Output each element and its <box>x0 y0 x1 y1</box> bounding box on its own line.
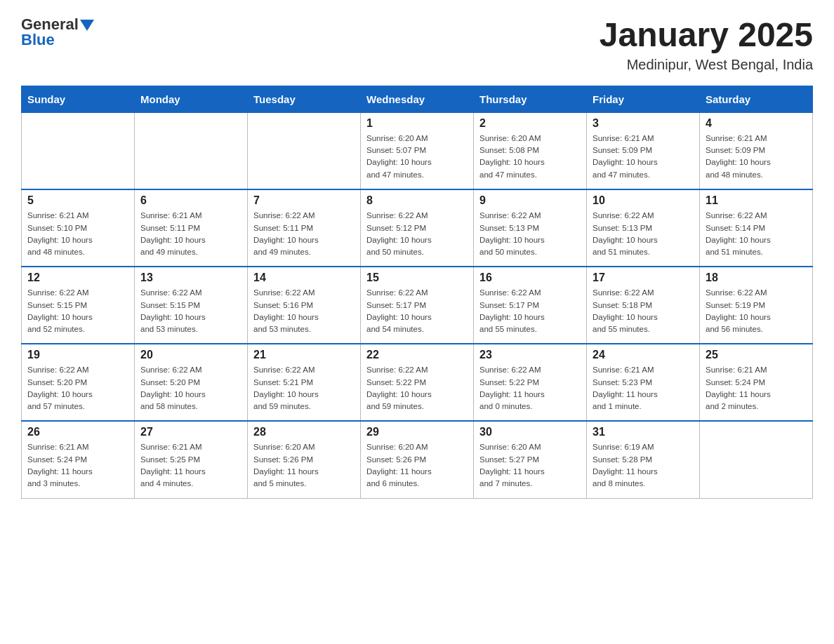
day-header-monday: Monday <box>135 86 248 112</box>
day-number: 9 <box>479 194 581 207</box>
calendar-cell <box>135 112 248 189</box>
day-number: 21 <box>253 349 355 361</box>
day-info: Sunrise: 6:22 AM Sunset: 5:18 PM Dayligh… <box>593 287 694 335</box>
day-info: Sunrise: 6:20 AM Sunset: 5:27 PM Dayligh… <box>479 441 581 490</box>
day-number: 17 <box>593 271 694 284</box>
day-info: Sunrise: 6:19 AM Sunset: 5:28 PM Dayligh… <box>593 441 694 490</box>
days-header-row: SundayMondayTuesdayWednesdayThursdayFrid… <box>22 86 813 112</box>
calendar-cell: 9Sunrise: 6:22 AM Sunset: 5:13 PM Daylig… <box>474 189 587 267</box>
day-number: 22 <box>366 349 468 361</box>
day-number: 23 <box>479 349 581 361</box>
day-info: Sunrise: 6:20 AM Sunset: 5:26 PM Dayligh… <box>253 441 355 490</box>
day-number: 24 <box>593 349 694 361</box>
day-header-thursday: Thursday <box>474 86 587 112</box>
calendar-cell: 5Sunrise: 6:21 AM Sunset: 5:10 PM Daylig… <box>22 189 135 267</box>
day-info: Sunrise: 6:21 AM Sunset: 5:24 PM Dayligh… <box>27 441 128 490</box>
day-number: 13 <box>140 271 241 284</box>
day-number: 7 <box>253 194 355 207</box>
calendar-cell: 14Sunrise: 6:22 AM Sunset: 5:16 PM Dayli… <box>248 267 361 344</box>
calendar-cell: 28Sunrise: 6:20 AM Sunset: 5:26 PM Dayli… <box>248 421 361 498</box>
calendar-cell: 30Sunrise: 6:20 AM Sunset: 5:27 PM Dayli… <box>474 421 587 498</box>
week-row-2: 5Sunrise: 6:21 AM Sunset: 5:10 PM Daylig… <box>22 189 813 267</box>
day-number: 20 <box>140 349 241 361</box>
day-info: Sunrise: 6:21 AM Sunset: 5:25 PM Dayligh… <box>140 441 241 490</box>
calendar-table: SundayMondayTuesdayWednesdayThursdayFrid… <box>21 86 813 499</box>
day-info: Sunrise: 6:22 AM Sunset: 5:21 PM Dayligh… <box>253 364 355 412</box>
day-info: Sunrise: 6:22 AM Sunset: 5:15 PM Dayligh… <box>27 287 128 335</box>
day-number: 18 <box>706 271 807 284</box>
day-header-friday: Friday <box>587 86 700 112</box>
calendar-cell: 24Sunrise: 6:21 AM Sunset: 5:23 PM Dayli… <box>587 344 700 421</box>
day-number: 10 <box>593 194 694 207</box>
day-info: Sunrise: 6:22 AM Sunset: 5:15 PM Dayligh… <box>140 287 241 335</box>
calendar-cell: 2Sunrise: 6:20 AM Sunset: 5:08 PM Daylig… <box>474 112 587 189</box>
day-number: 12 <box>27 271 128 284</box>
day-info: Sunrise: 6:21 AM Sunset: 5:09 PM Dayligh… <box>593 133 694 181</box>
header: General Blue January 2025 Medinipur, Wes… <box>21 17 813 73</box>
day-info: Sunrise: 6:22 AM Sunset: 5:22 PM Dayligh… <box>366 364 468 412</box>
day-info: Sunrise: 6:21 AM Sunset: 5:11 PM Dayligh… <box>140 210 241 258</box>
day-info: Sunrise: 6:22 AM Sunset: 5:20 PM Dayligh… <box>140 364 241 412</box>
calendar-cell: 18Sunrise: 6:22 AM Sunset: 5:19 PM Dayli… <box>700 267 813 344</box>
calendar-cell: 11Sunrise: 6:22 AM Sunset: 5:14 PM Dayli… <box>700 189 813 267</box>
day-info: Sunrise: 6:22 AM Sunset: 5:13 PM Dayligh… <box>479 210 581 258</box>
day-number: 29 <box>366 426 468 438</box>
calendar-cell: 23Sunrise: 6:22 AM Sunset: 5:22 PM Dayli… <box>474 344 587 421</box>
day-info: Sunrise: 6:21 AM Sunset: 5:09 PM Dayligh… <box>706 133 807 181</box>
calendar-cell: 25Sunrise: 6:21 AM Sunset: 5:24 PM Dayli… <box>700 344 813 421</box>
calendar-cell: 31Sunrise: 6:19 AM Sunset: 5:28 PM Dayli… <box>587 421 700 498</box>
day-number: 1 <box>366 117 468 130</box>
day-number: 4 <box>706 117 807 130</box>
calendar-subtitle: Medinipur, West Bengal, India <box>600 57 813 73</box>
day-number: 11 <box>706 194 807 207</box>
day-number: 14 <box>253 271 355 284</box>
calendar-cell: 8Sunrise: 6:22 AM Sunset: 5:12 PM Daylig… <box>361 189 474 267</box>
calendar-cell: 6Sunrise: 6:21 AM Sunset: 5:11 PM Daylig… <box>135 189 248 267</box>
day-number: 5 <box>27 194 128 207</box>
calendar-cell <box>700 421 813 498</box>
calendar-cell: 19Sunrise: 6:22 AM Sunset: 5:20 PM Dayli… <box>22 344 135 421</box>
day-info: Sunrise: 6:22 AM Sunset: 5:11 PM Dayligh… <box>253 210 355 258</box>
day-number: 25 <box>706 349 807 361</box>
logo: General Blue <box>21 17 94 48</box>
calendar-cell: 15Sunrise: 6:22 AM Sunset: 5:17 PM Dayli… <box>361 267 474 344</box>
calendar-cell: 13Sunrise: 6:22 AM Sunset: 5:15 PM Dayli… <box>135 267 248 344</box>
calendar-cell: 10Sunrise: 6:22 AM Sunset: 5:13 PM Dayli… <box>587 189 700 267</box>
calendar-cell: 22Sunrise: 6:22 AM Sunset: 5:22 PM Dayli… <box>361 344 474 421</box>
day-info: Sunrise: 6:20 AM Sunset: 5:07 PM Dayligh… <box>366 133 468 181</box>
day-number: 15 <box>366 271 468 284</box>
day-info: Sunrise: 6:22 AM Sunset: 5:16 PM Dayligh… <box>253 287 355 335</box>
calendar-cell: 1Sunrise: 6:20 AM Sunset: 5:07 PM Daylig… <box>361 112 474 189</box>
calendar-cell: 27Sunrise: 6:21 AM Sunset: 5:25 PM Dayli… <box>135 421 248 498</box>
day-header-wednesday: Wednesday <box>361 86 474 112</box>
calendar-cell: 20Sunrise: 6:22 AM Sunset: 5:20 PM Dayli… <box>135 344 248 421</box>
day-number: 26 <box>27 426 128 438</box>
day-info: Sunrise: 6:20 AM Sunset: 5:26 PM Dayligh… <box>366 441 468 490</box>
day-info: Sunrise: 6:21 AM Sunset: 5:23 PM Dayligh… <box>593 364 694 412</box>
calendar-cell: 16Sunrise: 6:22 AM Sunset: 5:17 PM Dayli… <box>474 267 587 344</box>
day-number: 27 <box>140 426 241 438</box>
day-info: Sunrise: 6:22 AM Sunset: 5:22 PM Dayligh… <box>479 364 581 412</box>
day-number: 2 <box>479 117 581 130</box>
week-row-4: 19Sunrise: 6:22 AM Sunset: 5:20 PM Dayli… <box>22 344 813 421</box>
calendar-cell: 4Sunrise: 6:21 AM Sunset: 5:09 PM Daylig… <box>700 112 813 189</box>
calendar-cell <box>22 112 135 189</box>
day-number: 3 <box>593 117 694 130</box>
day-header-tuesday: Tuesday <box>248 86 361 112</box>
calendar-cell: 7Sunrise: 6:22 AM Sunset: 5:11 PM Daylig… <box>248 189 361 267</box>
calendar-cell: 12Sunrise: 6:22 AM Sunset: 5:15 PM Dayli… <box>22 267 135 344</box>
day-number: 6 <box>140 194 241 207</box>
day-number: 16 <box>479 271 581 284</box>
day-number: 30 <box>479 426 581 438</box>
logo-triangle-icon <box>80 20 94 31</box>
logo-blue-text: Blue <box>21 31 55 48</box>
week-row-1: 1Sunrise: 6:20 AM Sunset: 5:07 PM Daylig… <box>22 112 813 189</box>
day-info: Sunrise: 6:22 AM Sunset: 5:20 PM Dayligh… <box>27 364 128 412</box>
day-info: Sunrise: 6:20 AM Sunset: 5:08 PM Dayligh… <box>479 133 581 181</box>
calendar-title: January 2025 <box>600 17 813 54</box>
calendar-cell: 26Sunrise: 6:21 AM Sunset: 5:24 PM Dayli… <box>22 421 135 498</box>
day-header-saturday: Saturday <box>700 86 813 112</box>
day-number: 8 <box>366 194 468 207</box>
day-number: 19 <box>27 349 128 361</box>
day-info: Sunrise: 6:22 AM Sunset: 5:12 PM Dayligh… <box>366 210 468 258</box>
